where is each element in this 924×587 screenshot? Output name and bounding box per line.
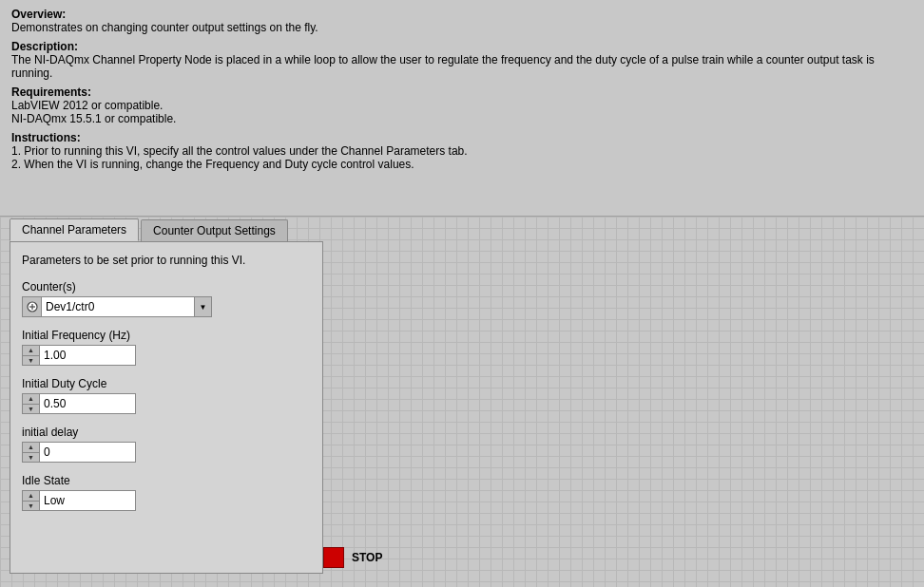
freq-input[interactable]: ▲ ▼ xyxy=(22,345,136,366)
delay-up-arrow[interactable]: ▲ xyxy=(23,443,39,453)
tab-channel-parameters[interactable]: Channel Parameters xyxy=(10,218,139,241)
duty-input[interactable]: ▲ ▼ xyxy=(22,393,136,414)
freq-down-arrow[interactable]: ▼ xyxy=(23,356,39,366)
duty-down-arrow[interactable]: ▼ xyxy=(23,405,39,414)
duty-value-input[interactable] xyxy=(40,394,190,413)
idle-up-arrow[interactable]: ▲ xyxy=(23,491,39,502)
delay-label: initial delay xyxy=(22,426,311,439)
tab-bar: Channel Parameters Counter Output Settin… xyxy=(10,218,323,241)
counter-icon xyxy=(23,297,42,316)
freq-value-input[interactable] xyxy=(40,346,190,365)
counter-label: Counter(s) xyxy=(22,280,311,294)
counter-value: Dev1/ctr0 xyxy=(42,300,194,313)
counter-group: Counter(s) Dev1/ctr0 ▼ xyxy=(22,280,311,317)
freq-label: Initial Frequency (Hz) xyxy=(22,329,311,342)
tab-description: Parameters to be set prior to running th… xyxy=(22,254,311,267)
tab-counter-output-settings[interactable]: Counter Output Settings xyxy=(141,219,288,241)
tab-area: Channel Parameters Counter Output Settin… xyxy=(10,218,323,578)
duty-spinners: ▲ ▼ xyxy=(23,394,40,413)
freq-spinners: ▲ ▼ xyxy=(23,346,40,365)
description-area: Overview: Demonstrates on changing count… xyxy=(0,0,924,217)
counter-select[interactable]: Dev1/ctr0 ▼ xyxy=(22,296,212,317)
counter-dropdown-arrow[interactable]: ▼ xyxy=(194,297,211,316)
instructions-line1: 1. Prior to running this VI, specify all… xyxy=(11,144,468,158)
requirements-line1: LabVIEW 2012 or compatible. xyxy=(11,99,163,112)
duty-label: Initial Duty Cycle xyxy=(22,377,311,390)
description-text: The NI-DAQmx Channel Property Node is pl… xyxy=(11,53,875,80)
delay-group: initial delay ▲ ▼ xyxy=(22,426,311,463)
freq-group: Initial Frequency (Hz) ▲ ▼ xyxy=(22,329,311,366)
stop-icon xyxy=(323,547,344,568)
overview-text: Demonstrates on changing counter output … xyxy=(11,21,318,34)
delay-input[interactable]: ▲ ▼ xyxy=(22,442,136,463)
stop-area: STOP xyxy=(323,547,382,568)
freq-up-arrow[interactable]: ▲ xyxy=(23,346,39,356)
idle-down-arrow[interactable]: ▼ xyxy=(23,502,39,511)
description-label: Description: xyxy=(11,40,78,53)
tab-content-channel-parameters: Parameters to be set prior to running th… xyxy=(10,241,323,574)
idle-value-input[interactable] xyxy=(40,491,190,510)
requirements-label: Requirements: xyxy=(11,85,91,99)
idle-label: Idle State xyxy=(22,474,311,487)
instructions-label: Instructions: xyxy=(11,131,81,144)
idle-group: Idle State ▲ ▼ xyxy=(22,474,311,511)
idle-spinners: ▲ ▼ xyxy=(23,491,40,510)
duty-up-arrow[interactable]: ▲ xyxy=(23,394,39,405)
delay-down-arrow[interactable]: ▼ xyxy=(23,453,39,463)
overview-label: Overview: xyxy=(11,8,66,21)
delay-value-input[interactable] xyxy=(40,443,190,462)
duty-group: Initial Duty Cycle ▲ ▼ xyxy=(22,377,311,414)
delay-spinners: ▲ ▼ xyxy=(23,443,40,462)
requirements-line2: NI-DAQmx 15.5.1 or compatible. xyxy=(11,112,176,125)
instructions-line2: 2. When the VI is running, change the Fr… xyxy=(11,158,414,171)
stop-button[interactable]: STOP xyxy=(323,547,382,568)
stop-label: STOP xyxy=(352,551,382,564)
idle-input[interactable]: ▲ ▼ xyxy=(22,490,136,511)
